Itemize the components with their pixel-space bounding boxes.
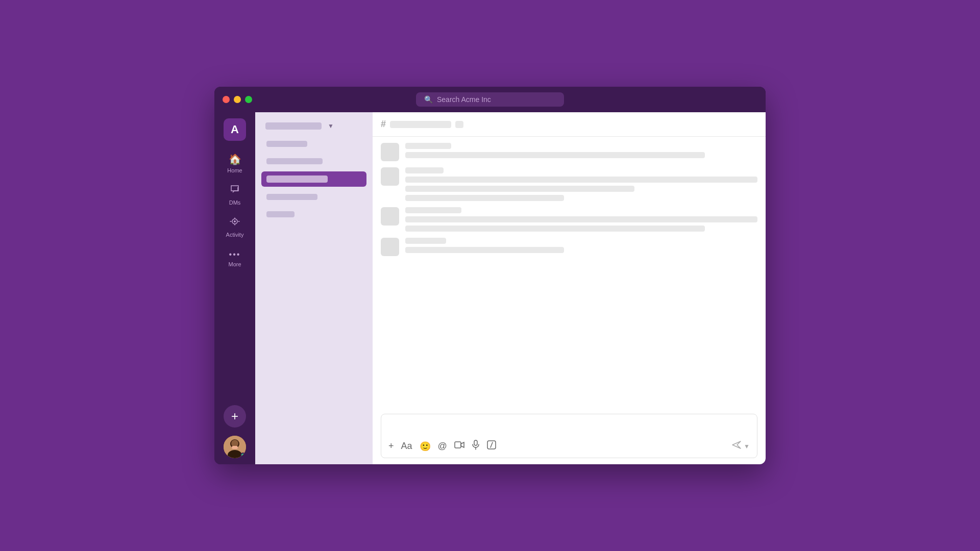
more-icon: •••	[229, 250, 241, 259]
status-dot	[240, 453, 246, 458]
format-icon[interactable]: Aa	[401, 441, 412, 452]
messages-area	[373, 137, 766, 408]
send-button[interactable]	[731, 440, 742, 452]
maximize-button[interactable]	[245, 96, 252, 103]
sidebar-channels-section	[261, 137, 366, 221]
input-toolbar: + Aa 🙂 @	[388, 440, 750, 453]
input-box[interactable]: + Aa 🙂 @	[381, 414, 757, 458]
msg-line-skeleton	[405, 177, 757, 183]
hash-icon: #	[381, 119, 386, 130]
app-window: 🔍 Search Acme Inc A 🏠 Home DMs	[214, 87, 766, 464]
svg-rect-6	[232, 446, 238, 449]
emoji-icon[interactable]: 🙂	[420, 441, 431, 452]
msg-line-skeleton-2	[405, 186, 634, 192]
channel-skeleton-5	[266, 211, 295, 217]
channel-chevron[interactable]	[455, 121, 463, 128]
channel-item-1[interactable]	[261, 137, 366, 151]
msg-line-skeleton	[405, 247, 564, 253]
channel-skeleton-2	[266, 158, 323, 164]
activity-label: Activity	[226, 232, 244, 238]
video-icon[interactable]	[454, 441, 464, 452]
avatar	[381, 143, 399, 161]
sidebar-item-activity[interactable]: Activity	[217, 212, 252, 242]
home-icon: 🏠	[229, 153, 241, 165]
msg-line-skeleton-2	[405, 226, 705, 232]
table-row	[381, 207, 757, 232]
workspace-name-skeleton	[265, 122, 322, 130]
sidebar-item-dms[interactable]: DMs	[217, 180, 252, 210]
channel-item-4[interactable]	[261, 190, 366, 204]
avatar	[381, 238, 399, 256]
window-controls	[223, 96, 252, 103]
plus-icon[interactable]: +	[388, 441, 394, 452]
message-input[interactable]	[388, 419, 750, 435]
msg-name-skeleton	[405, 167, 444, 173]
msg-line-skeleton	[405, 152, 705, 158]
mic-icon[interactable]	[472, 440, 480, 453]
search-text: Search Acme Inc	[437, 95, 491, 104]
search-icon: 🔍	[424, 95, 433, 104]
chevron-down-icon: ▼	[328, 122, 334, 130]
svg-point-4	[231, 440, 238, 447]
icon-nav: A 🏠 Home DMs	[214, 112, 255, 464]
slash-icon[interactable]	[487, 440, 496, 452]
minimize-button[interactable]	[234, 96, 241, 103]
msg-line-skeleton	[405, 216, 757, 222]
title-bar: 🔍 Search Acme Inc	[214, 87, 766, 112]
channel-item-5[interactable]	[261, 207, 366, 221]
send-dropdown-button[interactable]: ▼	[744, 443, 750, 450]
chat-area: #	[373, 112, 766, 464]
msg-name-skeleton	[405, 143, 451, 149]
channel-skeleton-3	[266, 176, 328, 183]
avatar	[381, 207, 399, 226]
msg-name-skeleton	[405, 238, 446, 244]
svg-rect-7	[455, 442, 461, 448]
home-label: Home	[227, 167, 242, 173]
search-bar[interactable]: 🔍 Search Acme Inc	[416, 92, 564, 107]
msg-name-skeleton	[405, 207, 461, 213]
message-content	[405, 207, 757, 232]
activity-icon	[229, 216, 240, 230]
message-content	[405, 143, 757, 158]
table-row	[381, 143, 757, 161]
avatar	[381, 167, 399, 186]
dms-icon	[229, 184, 240, 197]
workspace-avatar[interactable]: A	[224, 118, 246, 141]
message-content	[405, 167, 757, 201]
channel-sidebar: ▼	[255, 112, 373, 464]
channel-skeleton-4	[266, 194, 317, 200]
channel-item-2[interactable]	[261, 154, 366, 168]
sidebar-header[interactable]: ▼	[261, 120, 366, 132]
msg-line-skeleton-3	[405, 195, 564, 201]
sidebar-item-home[interactable]: 🏠 Home	[217, 149, 252, 178]
dms-label: DMs	[229, 199, 241, 206]
message-content	[405, 238, 757, 253]
channel-skeleton-1	[266, 141, 307, 147]
chat-header: #	[373, 112, 766, 137]
svg-rect-8	[474, 440, 477, 445]
svg-line-11	[491, 442, 493, 447]
sidebar-item-more[interactable]: ••• More	[217, 246, 252, 271]
user-avatar[interactable]	[224, 436, 246, 458]
channel-name-skeleton	[390, 121, 451, 128]
message-input-area: + Aa 🙂 @	[373, 408, 766, 464]
send-area: ▼	[731, 440, 750, 452]
table-row	[381, 238, 757, 256]
more-label: More	[228, 261, 241, 267]
close-button[interactable]	[223, 96, 230, 103]
table-row	[381, 167, 757, 201]
svg-point-1	[234, 220, 236, 222]
channel-item-3-active[interactable]	[261, 171, 366, 187]
add-button[interactable]: +	[224, 405, 246, 428]
mention-icon[interactable]: @	[438, 441, 447, 452]
main-content: A 🏠 Home DMs	[214, 112, 766, 464]
